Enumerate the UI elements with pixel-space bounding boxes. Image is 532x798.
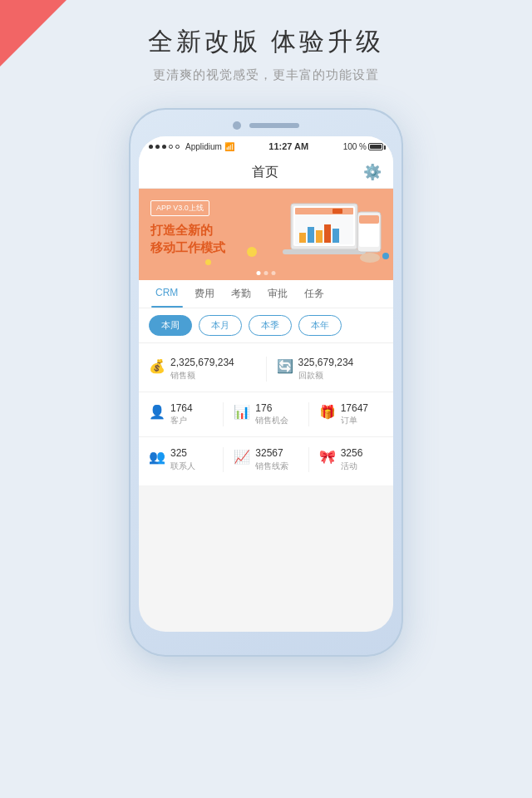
svg-rect-13 xyxy=(359,215,379,224)
signal-dot-5 xyxy=(175,145,180,149)
banner-dot-2 xyxy=(264,271,268,275)
stat-icon: 📈 xyxy=(234,449,250,465)
svg-rect-4 xyxy=(308,227,314,243)
svg-rect-10 xyxy=(283,249,366,254)
stat-item-联系人: 👥 325 联系人 xyxy=(139,444,223,475)
stat-label: 回款额 xyxy=(298,370,354,382)
stat-item-销售线索: 📈 32567 销售线索 xyxy=(224,444,308,475)
stat-value: 3256 xyxy=(341,447,363,461)
stat-item-销售额: 💰 2,325,679,234 销售额 xyxy=(139,353,266,385)
stats-row-2: 👥 325 联系人 📈 32567 销售线索 🎀 3256 活动 xyxy=(139,437,393,482)
status-left: Applidium 📶 xyxy=(149,142,234,151)
banner-dot-1 xyxy=(257,271,261,275)
stats-row-1: 👤 1764 客户 📊 176 销售机会 🎁 17647 订单 xyxy=(139,392,393,438)
signal-dot-4 xyxy=(169,145,173,149)
signal-dot-2 xyxy=(155,145,160,149)
tab-费用[interactable]: 费用 xyxy=(186,280,223,308)
nav-title: 首页 xyxy=(252,164,278,181)
filter-btn-本季[interactable]: 本季 xyxy=(249,315,292,336)
signal-dot-3 xyxy=(162,145,166,149)
stat-value: 176 xyxy=(255,402,288,416)
deco-circle-1 xyxy=(247,247,257,257)
filter-btn-本年[interactable]: 本年 xyxy=(298,315,342,336)
stat-icon: 🔄 xyxy=(277,358,293,374)
stat-label: 联系人 xyxy=(170,461,195,472)
status-time: 11:27 AM xyxy=(268,141,308,151)
stat-content: 3256 活动 xyxy=(341,447,363,472)
stat-content: 1764 客户 xyxy=(170,402,193,427)
nav-bar: 首页 ⚙️ xyxy=(139,156,393,189)
phone-top-bar xyxy=(139,118,393,130)
stat-item-订单: 🎁 17647 订单 xyxy=(309,399,393,431)
phone-inner: Applidium 📶 11:27 AM 100 % 首页 ⚙️ xyxy=(139,136,393,632)
stat-item-活动: 🎀 3256 活动 xyxy=(309,444,393,475)
settings-icon[interactable]: ⚙️ xyxy=(363,163,382,181)
stat-content: 325,679,234 回款额 xyxy=(298,357,354,382)
banner: APP V3.0上线 打造全新的 移动工作模式 xyxy=(139,189,393,280)
stat-value: 2,325,679,234 xyxy=(170,357,234,370)
svg-rect-9 xyxy=(332,209,342,214)
tab-审批[interactable]: 审批 xyxy=(259,280,296,308)
phone-camera xyxy=(233,121,241,130)
svg-point-14 xyxy=(360,253,380,263)
filter-row: 本周本月本季本年 xyxy=(139,308,393,343)
stat-value: 17647 xyxy=(341,402,368,416)
top-title: 全新改版 体验升级 xyxy=(0,25,532,59)
svg-rect-3 xyxy=(299,233,306,243)
svg-rect-8 xyxy=(295,208,353,214)
banner-tag: APP V3.0上线 xyxy=(150,200,209,216)
banner-dots xyxy=(257,271,276,275)
stat-content: 17647 订单 xyxy=(341,402,368,427)
stat-icon: 🎀 xyxy=(319,449,336,465)
stat-content: 2,325,679,234 销售额 xyxy=(170,357,234,382)
stat-content: 32567 销售线索 xyxy=(255,447,288,472)
stat-content: 325 联系人 xyxy=(170,447,195,472)
stat-value: 325 xyxy=(170,447,195,461)
tab-考勤[interactable]: 考勤 xyxy=(223,280,259,308)
svg-rect-7 xyxy=(332,229,339,243)
stat-content: 176 销售机会 xyxy=(255,402,288,427)
top-section: 全新改版 体验升级 更清爽的视觉感受，更丰富的功能设置 xyxy=(0,0,532,100)
battery-bar xyxy=(368,143,383,150)
stat-label: 活动 xyxy=(341,461,363,472)
stat-label: 销售机会 xyxy=(255,415,288,426)
top-subtitle: 更清爽的视觉感受，更丰富的功能设置 xyxy=(0,67,532,83)
banner-dot-3 xyxy=(272,271,276,275)
wifi-icon: 📶 xyxy=(224,142,234,151)
stat-label: 客户 xyxy=(170,415,193,426)
stats-row-0: 💰 2,325,679,234 销售额 🔄 325,679,234 回款额 xyxy=(139,347,393,392)
banner-line1: 打造全新的 xyxy=(150,223,213,237)
svg-rect-5 xyxy=(316,230,323,243)
stat-icon: 💰 xyxy=(149,358,165,374)
stat-value: 1764 xyxy=(170,402,193,416)
phone-speaker xyxy=(249,123,299,128)
stat-label: 销售线索 xyxy=(255,461,288,472)
svg-rect-6 xyxy=(324,224,331,243)
filter-btn-本月[interactable]: 本月 xyxy=(199,315,242,336)
battery-indicator: 100 % xyxy=(343,142,383,151)
stat-value: 325,679,234 xyxy=(298,357,354,370)
banner-illustration xyxy=(278,195,387,270)
signal-dot-1 xyxy=(149,145,153,149)
stat-item-回款额: 🔄 325,679,234 回款额 xyxy=(267,353,394,385)
stat-icon: 📊 xyxy=(234,404,250,420)
stat-icon: 👥 xyxy=(149,449,165,465)
stat-value: 32567 xyxy=(255,447,288,461)
deco-circle-4 xyxy=(205,259,211,265)
stat-item-销售机会: 📊 176 销售机会 xyxy=(224,399,308,431)
battery-fill xyxy=(370,145,382,149)
tab-任务[interactable]: 任务 xyxy=(296,280,332,308)
tabs-bar: CRM费用考勤审批任务 xyxy=(139,280,393,308)
filter-btn-本周[interactable]: 本周 xyxy=(149,315,192,336)
stat-label: 销售额 xyxy=(170,370,234,382)
stat-item-客户: 👤 1764 客户 xyxy=(139,399,223,431)
carrier-name: Applidium xyxy=(185,142,222,151)
status-bar: Applidium 📶 11:27 AM 100 % xyxy=(139,136,393,156)
phone-outer: Applidium 📶 11:27 AM 100 % 首页 ⚙️ xyxy=(129,108,403,657)
banner-line2: 移动工作模式 xyxy=(150,240,225,254)
stats-area: 💰 2,325,679,234 销售额 🔄 325,679,234 回款额 👤 … xyxy=(139,343,393,485)
battery-percent: 100 % xyxy=(343,142,367,151)
stat-label: 订单 xyxy=(341,415,368,426)
phone-mockup: Applidium 📶 11:27 AM 100 % 首页 ⚙️ xyxy=(0,108,532,657)
tab-CRM[interactable]: CRM xyxy=(147,280,186,308)
